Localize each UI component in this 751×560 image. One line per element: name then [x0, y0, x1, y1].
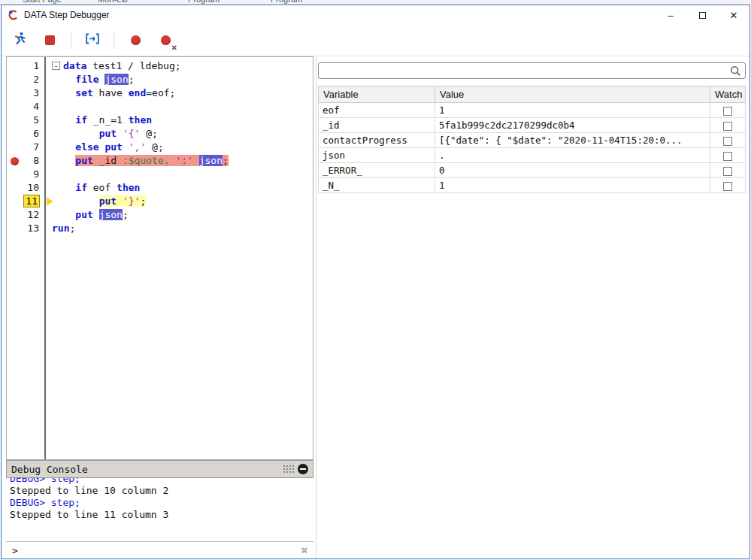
debug-console-input-row[interactable]: > ⌘ [6, 541, 313, 558]
table-row[interactable]: eof1 [319, 103, 746, 118]
variable-name-cell: _id [319, 118, 435, 133]
variable-search-input[interactable] [323, 64, 725, 77]
debug-console-title: Debug Console [11, 464, 88, 475]
toolbar-separator [71, 32, 71, 49]
variable-value-cell: 1 [435, 178, 710, 193]
watch-checkbox[interactable] [723, 182, 732, 191]
line-number-cell[interactable]: 1 [7, 59, 46, 73]
column-header-value[interactable]: Value [435, 86, 710, 103]
line-number: 7 [33, 141, 39, 153]
code-line-text: else put ',' @; [46, 141, 164, 154]
console-prompt: > [12, 545, 18, 556]
line-number-cell[interactable]: 4 [7, 100, 46, 114]
line-number: 1 [33, 60, 39, 71]
code-line-text: -data test1 / ldebug; [46, 59, 181, 73]
code-line-text: put '{' @; [46, 127, 158, 141]
line-number: 8 [33, 155, 39, 166]
watch-checkbox[interactable] [723, 167, 732, 176]
drag-grip-icon[interactable] [283, 465, 295, 474]
clear-breakpoints-button[interactable]: ✕ [156, 32, 174, 50]
watch-cell [710, 133, 746, 148]
variable-name-cell: contactProgress [319, 133, 435, 148]
console-line: Stepped to line 10 column 2 [10, 485, 313, 497]
code-line-text: put '}'; [46, 195, 146, 208]
line-number: 6 [33, 128, 39, 139]
line-number-cell[interactable]: 5 [7, 114, 46, 127]
panel-splitter[interactable] [316, 56, 316, 558]
console-grip-icon: ⌘ [301, 545, 307, 556]
debug-console-output: DEBUG> step;Stepped to line 10 column 2D… [6, 478, 313, 541]
collapse-console-button[interactable] [298, 464, 308, 474]
column-header-variable[interactable]: Variable [319, 86, 435, 103]
code-line-text [46, 168, 52, 181]
line-number-cell[interactable]: 3 [7, 86, 46, 100]
step-button[interactable] [83, 32, 101, 50]
table-row[interactable]: _ERROR_0 [319, 163, 746, 178]
line-number-cell[interactable]: 2 [7, 73, 46, 86]
code-fold-icon[interactable]: - [52, 62, 60, 70]
variable-search-box [318, 62, 746, 79]
line-number: 2 [33, 74, 39, 85]
line-number: 13 [27, 222, 39, 234]
watch-checkbox[interactable] [723, 152, 732, 161]
line-number: 12 [27, 209, 39, 220]
window-title: DATA Step Debugger [24, 10, 110, 20]
watch-checkbox[interactable] [723, 137, 732, 146]
code-line: 6 put '{' @; [7, 127, 313, 141]
code-line-text: if _n_=1 then [46, 114, 152, 127]
screen: Start Page Mon-Lib Program Program DATA … [0, 0, 751, 560]
watch-cell [710, 178, 746, 193]
code-line: 13run; [7, 222, 313, 235]
table-row[interactable]: _N_1 [319, 178, 746, 193]
code-line-text: put _id :$quote. ':' json; [46, 154, 229, 168]
line-number-cell[interactable]: 6 [7, 127, 46, 141]
console-line: DEBUG> step; [10, 497, 313, 509]
close-button[interactable]: ✕ [718, 5, 749, 25]
code-line: 8 put _id :$quote. ':' json; [7, 154, 313, 168]
table-row[interactable]: json. [319, 148, 746, 163]
stop-button[interactable] [41, 32, 59, 50]
code-line-text [46, 100, 52, 114]
variable-name-cell: _N_ [319, 178, 435, 193]
watch-checkbox[interactable] [723, 122, 732, 131]
table-row[interactable]: _id5fa1b999c2dc2170299dc0b4 [319, 118, 746, 133]
background-tab: Program [188, 0, 220, 4]
table-row[interactable]: contactProgress[{"date": { "$date": "202… [319, 133, 746, 148]
breakpoint-marker-icon[interactable] [11, 157, 19, 165]
background-tab: Start Page [23, 0, 62, 4]
code-line-text: file json; [46, 73, 135, 86]
line-number-cell[interactable]: 7 [7, 141, 46, 154]
variable-name-cell: json [319, 148, 435, 163]
clear-x-icon: ✕ [171, 44, 177, 52]
step-icon [85, 32, 100, 48]
watch-checkbox[interactable] [723, 107, 732, 116]
line-number-cell[interactable]: 10 [7, 181, 46, 195]
toggle-breakpoint-button[interactable] [126, 32, 144, 50]
line-number-cell[interactable]: 12 [7, 208, 46, 222]
line-number-cell[interactable]: 9 [7, 168, 46, 181]
stop-icon [45, 35, 55, 45]
line-number-cell[interactable]: 11 [7, 195, 46, 208]
console-line: Stepped to line 11 column 3 [10, 509, 313, 521]
code-line: 2 file json; [7, 73, 313, 86]
column-header-watch[interactable]: Watch [710, 86, 746, 103]
code-line: 4 [7, 100, 313, 114]
toolbar-separator [114, 32, 114, 49]
watch-cell [710, 163, 746, 178]
minimize-button[interactable]: – [655, 5, 686, 25]
maximize-button[interactable] [686, 5, 718, 25]
line-number: 9 [33, 168, 39, 180]
code-line: 12 put json; [7, 208, 313, 222]
line-number-cell[interactable]: 13 [7, 222, 46, 235]
run-button[interactable] [11, 32, 29, 50]
debugger-app-icon [8, 9, 20, 21]
debug-console-header: Debug Console [6, 460, 313, 478]
code-editor[interactable]: 1-data test1 / ldebug;2 file json;3 set … [6, 56, 313, 460]
code-line: 3 set have end=eof; [7, 86, 313, 100]
line-number: 10 [27, 182, 39, 193]
variable-value-cell: [{"date": { "$date": "2020-11-04T15:20:0… [435, 133, 710, 148]
code-line-text: run; [46, 222, 75, 235]
line-number-cell[interactable]: 8 [7, 154, 46, 168]
variable-value-cell: 1 [435, 103, 710, 118]
search-icon [730, 65, 741, 80]
